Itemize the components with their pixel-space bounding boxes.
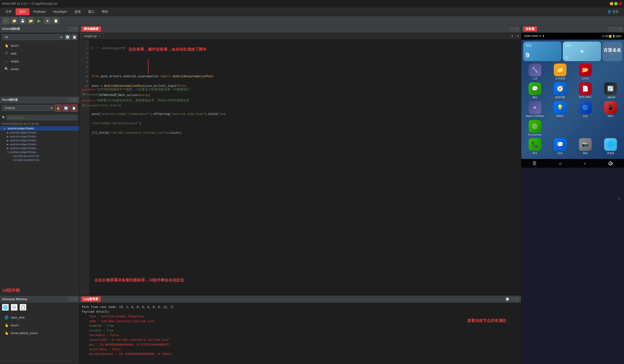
log-line-payload: Payload details: [82, 310, 519, 314]
airtest-minimize-btn[interactable]: ─ [69, 27, 72, 31]
selenium-close-btn[interactable]: ✕ [73, 297, 77, 301]
poco-refresh-btn[interactable]: 🔄 [63, 105, 70, 111]
app-wps-icon: 📄 [579, 82, 592, 95]
poco-close-btn[interactable]: ✕ [73, 98, 77, 102]
toolbar-run[interactable]: ▶ [36, 17, 43, 24]
nav-menu-icon[interactable]: ☰ [533, 161, 536, 166]
app-wechat[interactable]: 💬 微信 [523, 82, 546, 99]
app-wakey[interactable]: 💡 Wakey [548, 101, 572, 118]
tree-item-2[interactable]: ▶ android.widget.Relativ... [0, 134, 79, 138]
app-phone[interactable]: 📞 电话 [523, 138, 546, 155]
menu-run[interactable]: 运行 [16, 8, 29, 15]
toolbar-open-file[interactable]: 📂 [27, 17, 34, 24]
status-left: 无SIM 108J/s 中 ⬆ [524, 34, 544, 38]
log-expand-btn[interactable]: ⬜ [505, 297, 509, 301]
airtest-dropdown[interactable]: All [2, 34, 64, 40]
toolbar-stop[interactable]: ■ [44, 17, 51, 24]
selenium-minimize-btn[interactable]: ─ [69, 297, 72, 301]
weather-widget: 丹阳 9 沁阳 ☀ 云 古昔名名 ✏ [523, 42, 622, 61]
selenium-screen-btn[interactable]: 🖥 [11, 304, 18, 311]
app-camera[interactable]: 📷 相机 [574, 138, 597, 155]
menu-firebase[interactable]: Firebase [30, 9, 49, 14]
tab-chevron-btn[interactable]: ▼ [517, 34, 520, 38]
airtest-close-btn[interactable]: ✕ [73, 27, 77, 31]
nav-power-icon[interactable]: ⏻ [608, 161, 613, 166]
selenium-copy2-btn[interactable]: 📋 [20, 304, 26, 311]
script-tab[interactable]: script2.air ✕ [81, 33, 104, 39]
app-browser[interactable]: 🌐 浏览器 [599, 138, 622, 155]
airtest-exists-item[interactable]: 🔍 exists [2, 65, 77, 73]
device-screen[interactable]: 无SIM 108J/s 中 ⬆ 17:39 📶 🔋100% 丹阳 9 [521, 33, 624, 364]
poco-dropdown[interactable]: Android [2, 105, 54, 111]
menu-bar: 文件 运行 Firebase HeadSpin 选项 窗口 帮助 👤 登录 [0, 7, 624, 16]
tab-add-btn[interactable]: ＋ [509, 33, 516, 39]
airtest-wait-item[interactable]: ⏱ wait [2, 49, 77, 57]
app-file-manager[interactable]: 📁 文件管理 [548, 64, 572, 80]
weather-date: 丹阳 [526, 44, 559, 48]
menu-options[interactable]: 选项 [71, 9, 84, 15]
tree-item-7[interactable]: com.bbk.launcher2:id/... [0, 154, 79, 158]
poco-minimize-btn[interactable]: ─ [69, 98, 72, 102]
phone-home-screen[interactable]: 丹阳 9 沁阳 ☀ 云 古昔名名 ✏ 🔧 [521, 40, 624, 159]
device-minimize-btn[interactable]: ─ [613, 27, 617, 31]
selenium-driver-item[interactable]: 👆 driver.airtest_touch [2, 329, 77, 337]
maximize-button[interactable] [614, 2, 618, 5]
tree-item-6[interactable]: ▼ android.widget.Relativ... [0, 150, 79, 154]
toolbar-clipboard[interactable]: 📋 [52, 17, 59, 24]
app-tool[interactable]: 🔧 工具 [523, 64, 546, 80]
log-close-btn[interactable]: ✕ [515, 297, 519, 301]
editor-close-btn[interactable]: ✕ [515, 27, 519, 31]
menu-file[interactable]: 文件 [2, 9, 15, 15]
app-msg[interactable]: 💬 信息 [548, 138, 572, 155]
airtest-swipe-item[interactable]: ↕ swipe [2, 57, 77, 65]
phone-nav-bar[interactable]: ☰ ⌂ ‹ ⏻ [521, 159, 624, 168]
tab-close-icon[interactable]: ✕ [98, 35, 100, 37]
selenium-touch-item[interactable]: 👆 touch [2, 321, 77, 329]
poco-copy-btn[interactable]: 📋 [71, 105, 77, 111]
selenium-start-web-item[interactable]: 🌐 start_web [2, 314, 77, 321]
battery-text: 🔋100% [612, 35, 622, 38]
nav-home-icon[interactable]: ⌂ [559, 161, 562, 166]
menu-window[interactable]: 窗口 [85, 9, 98, 15]
left-panel: Airtest辅助窗 ─ ✕ All 🔄 📋 👆 touch [0, 25, 79, 364]
device-expand-btn[interactable]: ⬛ [608, 27, 612, 31]
tree-item-1[interactable]: ▶ android.widget.Relativ... [0, 131, 79, 134]
airtest-refresh-btn[interactable]: 🔄 [65, 34, 71, 40]
editor-tab-bar: script2.air ✕ ＋ ▼ [79, 33, 521, 40]
menu-headspin[interactable]: HeadSpin [50, 9, 71, 14]
selenium-globe-btn[interactable]: 🌐 [2, 304, 9, 311]
app-baidu[interactable]: 🔵 百度 [574, 101, 597, 118]
code-content[interactable]: # -*- encoding=utf8 -*- from poco.driver… [89, 40, 521, 295]
device-close-btn[interactable]: ✕ [618, 27, 622, 31]
menu-help[interactable]: 帮助 [98, 9, 111, 15]
minimize-button[interactable] [610, 2, 613, 5]
log-minimize-btn[interactable]: ─ [510, 297, 514, 301]
toolbar-open-folder[interactable]: 📁 [11, 17, 18, 24]
clock-time: 古昔名名 [603, 47, 621, 53]
toolbar-save[interactable]: 💾 [19, 17, 26, 24]
nav-back-icon[interactable]: ‹ [584, 161, 586, 166]
editor-minimize-btn[interactable]: ─ [510, 27, 514, 31]
close-button[interactable] [619, 2, 622, 5]
app-nav[interactable]: 🧭 里维导图 [548, 82, 572, 99]
app-wakey-label: Wakey [556, 115, 564, 117]
app-wps[interactable]: 📄 WPS Office [574, 82, 597, 99]
toolbar-new[interactable]: ＋ [2, 17, 9, 24]
airtest-touch-item[interactable]: 👆 touch [2, 42, 77, 49]
app-switch[interactable]: 🔄 一键转屏 [599, 82, 622, 99]
tree-item-4[interactable]: ▶ android.widget.Relativ... [0, 142, 79, 146]
tree-item-3[interactable]: ▶ android.widget.Relativ... [0, 138, 79, 142]
airtest-copy-btn[interactable]: 📋 [71, 34, 77, 40]
app-appium[interactable]: ⚙ Appium Settings [523, 101, 546, 118]
poco-lock-btn[interactable]: 🔒 [55, 105, 62, 111]
app-poco[interactable]: 🟢 PocoService [523, 120, 546, 136]
code-editor[interactable]: 1 2 3 4 5 6 7 8 9 10 # -*- encoding=utf8… [79, 40, 521, 295]
app-apps[interactable]: 📱 Apps [599, 101, 622, 118]
poco-search-input[interactable] [7, 115, 77, 120]
tree-label-6: android.widget.Relativ... [10, 151, 38, 153]
tree-item-8[interactable]: com.bbk.launcher2:id/... [0, 158, 79, 162]
tree-item-5[interactable]: ▶ android.widget.Relativ... [0, 146, 79, 150]
tree-item-0[interactable]: ▶ android.widget.Relativ... [0, 126, 79, 131]
app-file-ext[interactable]: 📂 文件夹 [574, 64, 597, 80]
login-button[interactable]: 👤 登录 [604, 9, 622, 15]
